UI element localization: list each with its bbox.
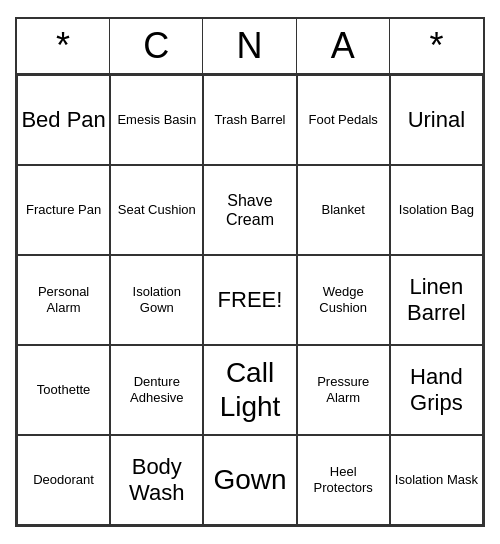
bingo-card: *CNA* Bed PanEmesis BasinTrash BarrelFoo…: [15, 17, 485, 527]
cell-text-11: Isolation Gown: [114, 284, 199, 315]
header-row: *CNA*: [17, 19, 483, 75]
cell-text-8: Blanket: [322, 202, 365, 218]
cell-text-15: Toothette: [37, 382, 91, 398]
cell-text-20: Deodorant: [33, 472, 94, 488]
header-cell-0: *: [17, 19, 110, 73]
cell-text-22: Gown: [213, 463, 286, 497]
bingo-cell-4: Urinal: [390, 75, 483, 165]
bingo-cell-24: Isolation Mask: [390, 435, 483, 525]
bingo-cell-21: Body Wash: [110, 435, 203, 525]
bingo-cell-22: Gown: [203, 435, 296, 525]
bingo-cell-2: Trash Barrel: [203, 75, 296, 165]
bingo-cell-3: Foot Pedals: [297, 75, 390, 165]
bingo-grid: Bed PanEmesis BasinTrash BarrelFoot Peda…: [17, 75, 483, 525]
bingo-cell-19: Hand Grips: [390, 345, 483, 435]
bingo-cell-15: Toothette: [17, 345, 110, 435]
header-cell-2: N: [203, 19, 296, 73]
cell-text-1: Emesis Basin: [117, 112, 196, 128]
header-cell-3: A: [297, 19, 390, 73]
cell-text-5: Fracture Pan: [26, 202, 101, 218]
header-cell-1: C: [110, 19, 203, 73]
cell-text-18: Pressure Alarm: [301, 374, 386, 405]
cell-text-14: Linen Barrel: [394, 274, 479, 327]
bingo-cell-7: Shave Cream: [203, 165, 296, 255]
bingo-cell-14: Linen Barrel: [390, 255, 483, 345]
bingo-cell-20: Deodorant: [17, 435, 110, 525]
cell-text-6: Seat Cushion: [118, 202, 196, 218]
cell-text-17: Call Light: [207, 356, 292, 423]
cell-text-10: Personal Alarm: [21, 284, 106, 315]
cell-text-3: Foot Pedals: [309, 112, 378, 128]
bingo-cell-18: Pressure Alarm: [297, 345, 390, 435]
bingo-cell-8: Blanket: [297, 165, 390, 255]
cell-text-24: Isolation Mask: [395, 472, 478, 488]
cell-text-21: Body Wash: [114, 454, 199, 507]
bingo-cell-1: Emesis Basin: [110, 75, 203, 165]
bingo-cell-5: Fracture Pan: [17, 165, 110, 255]
bingo-cell-6: Seat Cushion: [110, 165, 203, 255]
bingo-cell-11: Isolation Gown: [110, 255, 203, 345]
cell-text-12: FREE!: [218, 287, 283, 313]
bingo-cell-12: FREE!: [203, 255, 296, 345]
cell-text-19: Hand Grips: [394, 364, 479, 417]
bingo-cell-23: Heel Protectors: [297, 435, 390, 525]
bingo-cell-0: Bed Pan: [17, 75, 110, 165]
bingo-cell-13: Wedge Cushion: [297, 255, 390, 345]
cell-text-13: Wedge Cushion: [301, 284, 386, 315]
bingo-cell-9: Isolation Bag: [390, 165, 483, 255]
cell-text-23: Heel Protectors: [301, 464, 386, 495]
cell-text-4: Urinal: [408, 107, 465, 133]
cell-text-9: Isolation Bag: [399, 202, 474, 218]
cell-text-0: Bed Pan: [21, 107, 105, 133]
bingo-cell-16: Denture Adhesive: [110, 345, 203, 435]
cell-text-7: Shave Cream: [207, 191, 292, 229]
header-cell-4: *: [390, 19, 483, 73]
cell-text-2: Trash Barrel: [214, 112, 285, 128]
cell-text-16: Denture Adhesive: [114, 374, 199, 405]
bingo-cell-17: Call Light: [203, 345, 296, 435]
bingo-cell-10: Personal Alarm: [17, 255, 110, 345]
